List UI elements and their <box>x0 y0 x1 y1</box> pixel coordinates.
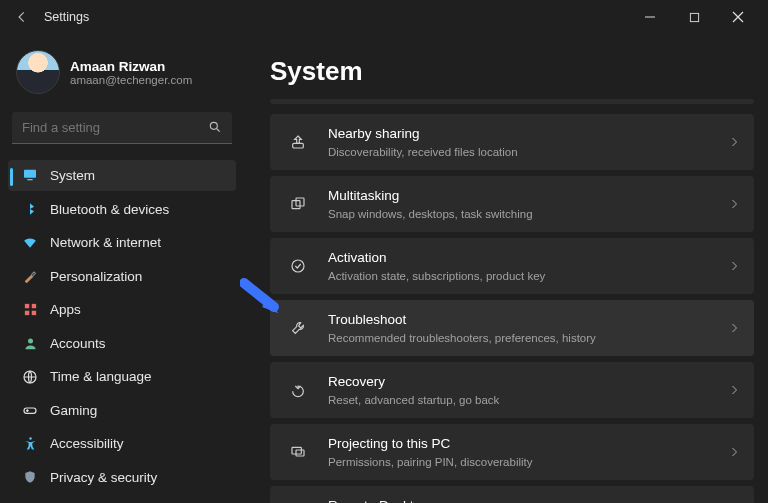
brush-icon <box>22 268 38 284</box>
sidebar-item-label: Personalization <box>50 269 142 284</box>
setting-title: Nearby sharing <box>328 125 728 143</box>
chevron-right-icon <box>728 260 740 272</box>
svg-point-19 <box>292 260 304 272</box>
setting-subtitle: Reset, advanced startup, go back <box>328 393 728 408</box>
main-panel: System Nearby sharing Discoverability, r… <box>244 34 768 503</box>
nav-list: SystemBluetooth & devicesNetwork & inter… <box>8 160 236 493</box>
scroll-hint-bar <box>270 99 754 104</box>
sidebar-item-bluetooth-devices[interactable]: Bluetooth & devices <box>8 193 236 225</box>
sidebar-item-label: System <box>50 168 95 183</box>
wifi-icon <box>22 235 38 251</box>
apps-icon <box>22 302 38 318</box>
svg-rect-16 <box>293 144 304 149</box>
setting-title: Recovery <box>328 373 728 391</box>
page-title: System <box>270 56 754 87</box>
setting-subtitle: Snap windows, desktops, task switching <box>328 207 728 222</box>
chevron-right-icon <box>728 384 740 396</box>
settings-list: Nearby sharing Discoverability, received… <box>270 114 754 503</box>
setting-subtitle: Activation state, subscriptions, product… <box>328 269 728 284</box>
svg-rect-7 <box>27 179 32 180</box>
sidebar-item-label: Accounts <box>50 336 106 351</box>
shield-icon <box>22 469 38 485</box>
svg-line-5 <box>217 129 220 132</box>
setting-subtitle: Recommended troubleshooters, preferences… <box>328 331 728 346</box>
profile-email: amaan@techenger.com <box>70 74 192 86</box>
sidebar-item-accounts[interactable]: Accounts <box>8 327 236 359</box>
setting-title: Multitasking <box>328 187 728 205</box>
sidebar: Amaan Rizwan amaan@techenger.com SystemB… <box>0 34 244 503</box>
svg-point-15 <box>29 437 32 440</box>
sidebar-item-label: Bluetooth & devices <box>50 202 169 217</box>
svg-rect-11 <box>31 311 35 315</box>
annotation-arrow <box>240 277 280 317</box>
setting-row-remote-desktop[interactable]: Remote Desktop Remote Desktop users, con… <box>270 486 754 503</box>
chevron-right-icon <box>728 136 740 148</box>
window-title: Settings <box>44 10 89 24</box>
search-box[interactable] <box>12 112 232 144</box>
setting-row-troubleshoot[interactable]: Troubleshoot Recommended troubleshooters… <box>270 300 754 356</box>
monitor-icon <box>22 167 38 183</box>
setting-row-recovery[interactable]: Recovery Reset, advanced startup, go bac… <box>270 362 754 418</box>
sidebar-item-label: Privacy & security <box>50 470 157 485</box>
sidebar-item-system[interactable]: System <box>8 160 236 192</box>
sidebar-item-privacy-security[interactable]: Privacy & security <box>8 462 236 494</box>
bluetooth-icon <box>22 201 38 217</box>
maximize-button[interactable] <box>672 3 716 31</box>
share-icon <box>284 134 312 150</box>
search-icon <box>208 120 222 134</box>
svg-rect-20 <box>292 448 301 455</box>
setting-subtitle: Discoverability, received files location <box>328 145 728 160</box>
wrench-icon <box>284 320 312 336</box>
svg-rect-8 <box>24 304 28 308</box>
avatar <box>16 50 60 94</box>
profile-name: Amaan Rizwan <box>70 59 192 74</box>
minimize-button[interactable] <box>628 3 672 31</box>
title-bar: Settings <box>0 0 768 34</box>
sidebar-item-label: Network & internet <box>50 235 161 250</box>
svg-point-4 <box>210 123 217 130</box>
profile-block[interactable]: Amaan Rizwan amaan@techenger.com <box>8 40 236 112</box>
chevron-right-icon <box>728 198 740 210</box>
search-input[interactable] <box>22 120 208 135</box>
close-button[interactable] <box>716 3 760 31</box>
sidebar-item-label: Time & language <box>50 369 152 384</box>
setting-title: Activation <box>328 249 728 267</box>
sidebar-item-label: Accessibility <box>50 436 124 451</box>
svg-rect-9 <box>31 304 35 308</box>
back-button[interactable] <box>8 3 36 31</box>
setting-subtitle: Permissions, pairing PIN, discoverabilit… <box>328 455 728 470</box>
recovery-icon <box>284 382 312 398</box>
svg-rect-10 <box>24 311 28 315</box>
sidebar-item-time-language[interactable]: Time & language <box>8 361 236 393</box>
setting-row-nearby-sharing[interactable]: Nearby sharing Discoverability, received… <box>270 114 754 170</box>
chevron-right-icon <box>728 446 740 458</box>
setting-title: Troubleshoot <box>328 311 728 329</box>
setting-title: Projecting to this PC <box>328 435 728 453</box>
setting-row-activation[interactable]: Activation Activation state, subscriptio… <box>270 238 754 294</box>
sidebar-item-gaming[interactable]: Gaming <box>8 394 236 426</box>
accessibility-icon <box>22 436 38 452</box>
project-icon <box>284 444 312 460</box>
sidebar-item-apps[interactable]: Apps <box>8 294 236 326</box>
person-icon <box>22 335 38 351</box>
sidebar-item-label: Apps <box>50 302 81 317</box>
chevron-right-icon <box>728 322 740 334</box>
check-icon <box>284 258 312 274</box>
setting-row-multitasking[interactable]: Multitasking Snap windows, desktops, tas… <box>270 176 754 232</box>
gamepad-icon <box>22 402 38 418</box>
svg-point-12 <box>28 338 33 343</box>
sidebar-item-label: Gaming <box>50 403 97 418</box>
setting-row-projecting-to-this-pc[interactable]: Projecting to this PC Permissions, pairi… <box>270 424 754 480</box>
svg-rect-6 <box>24 170 36 178</box>
svg-rect-14 <box>24 408 36 413</box>
sidebar-item-accessibility[interactable]: Accessibility <box>8 428 236 460</box>
svg-rect-1 <box>690 13 698 21</box>
multitask-icon <box>284 196 312 212</box>
globe-icon <box>22 369 38 385</box>
sidebar-item-network-internet[interactable]: Network & internet <box>8 227 236 259</box>
sidebar-item-personalization[interactable]: Personalization <box>8 260 236 292</box>
svg-rect-21 <box>296 450 304 456</box>
setting-title: Remote Desktop <box>328 497 728 503</box>
